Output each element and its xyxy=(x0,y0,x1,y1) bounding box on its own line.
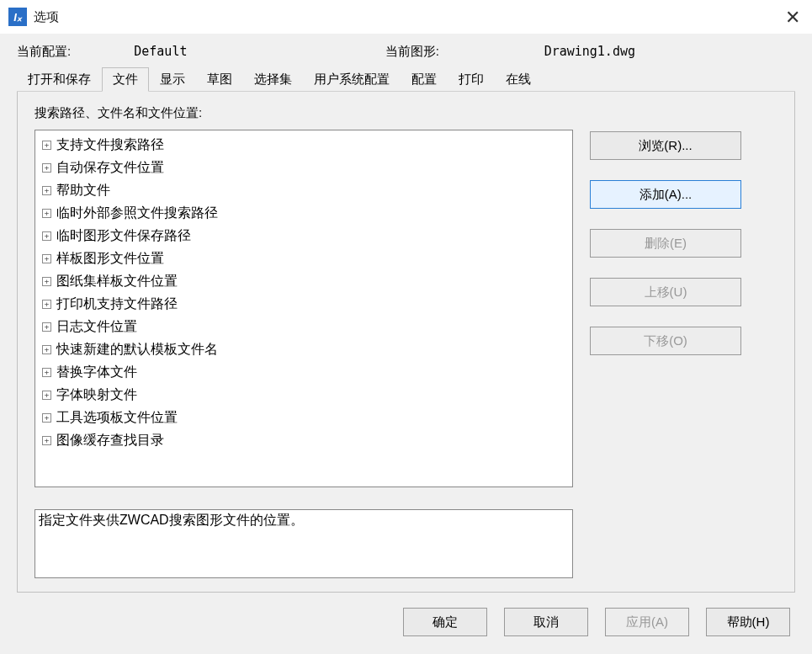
current-profile-value: Default xyxy=(134,44,385,60)
titlebar: Iₓ 选项 ✕ xyxy=(0,0,812,34)
expand-icon[interactable]: + xyxy=(42,141,51,150)
side-buttons: 浏览(R)... 添加(A)... 删除(E) 上移(U) 下移(O) xyxy=(590,130,741,487)
current-profile-label: 当前配置: xyxy=(17,44,134,60)
tree-item-label: 图像缓存查找目录 xyxy=(56,432,164,449)
expand-icon[interactable]: + xyxy=(42,436,51,445)
moveup-button: 上移(U) xyxy=(590,278,741,306)
config-row: 当前配置: Default 当前图形: Drawing1.dwg xyxy=(17,34,795,66)
tabs: 打开和保存 文件 显示 草图 选择集 用户系统配置 配置 打印 在线 xyxy=(17,66,795,92)
browse-button[interactable]: 浏览(R)... xyxy=(590,131,741,160)
description-box: 指定文件夹供ZWCAD搜索图形文件的位置。 xyxy=(34,509,573,578)
expand-icon[interactable]: + xyxy=(42,391,51,400)
tab-display[interactable]: 显示 xyxy=(149,67,196,92)
ok-button[interactable]: 确定 xyxy=(403,608,487,636)
tab-open-save[interactable]: 打开和保存 xyxy=(17,67,102,92)
tree-item-label: 临时图形文件保存路径 xyxy=(56,227,191,245)
expand-icon[interactable]: + xyxy=(42,254,51,263)
expand-icon[interactable]: + xyxy=(42,186,51,195)
tree-item[interactable]: +快速新建的默认模板文件名 xyxy=(35,338,572,361)
tree-item[interactable]: +打印机支持文件路径 xyxy=(35,293,572,316)
tree-item[interactable]: +帮助文件 xyxy=(35,179,572,202)
section-label: 搜索路径、文件名和文件位置: xyxy=(34,105,778,121)
tree-item-label: 日志文件位置 xyxy=(56,318,137,336)
close-icon[interactable]: ✕ xyxy=(785,7,800,29)
footer: 确定 取消 应用(A) 帮助(H) xyxy=(0,593,812,645)
paths-tree[interactable]: +支持文件搜索路径 +自动保存文件位置 +帮助文件 +临时外部参照文件搜索路径 … xyxy=(34,130,573,487)
app-icon: Iₓ xyxy=(8,8,27,26)
apply-button: 应用(A) xyxy=(605,608,689,636)
tree-item[interactable]: +图像缓存查找目录 xyxy=(35,429,572,452)
tab-file[interactable]: 文件 xyxy=(102,67,149,92)
expand-icon[interactable]: + xyxy=(42,231,51,241)
tree-item[interactable]: +支持文件搜索路径 xyxy=(35,134,572,157)
expand-icon[interactable]: + xyxy=(42,277,51,286)
tab-drafting[interactable]: 草图 xyxy=(196,67,243,92)
tab-profiles[interactable]: 配置 xyxy=(401,67,448,92)
tree-item[interactable]: +替换字体文件 xyxy=(35,361,572,384)
add-button[interactable]: 添加(A)... xyxy=(590,180,741,209)
tree-item-label: 图纸集样板文件位置 xyxy=(56,273,178,290)
tree-item[interactable]: +图纸集样板文件位置 xyxy=(35,270,572,293)
tree-item[interactable]: +临时图形文件保存路径 xyxy=(35,225,572,247)
tree-item-label: 快速新建的默认模板文件名 xyxy=(56,341,218,359)
tree-item[interactable]: +工具选项板文件位置 xyxy=(35,407,572,429)
expand-icon[interactable]: + xyxy=(42,413,51,423)
tree-item-label: 工具选项板文件位置 xyxy=(56,409,178,427)
expand-icon[interactable]: + xyxy=(42,163,51,173)
tab-online[interactable]: 在线 xyxy=(495,67,542,92)
tab-page-file: 搜索路径、文件名和文件位置: +支持文件搜索路径 +自动保存文件位置 +帮助文件… xyxy=(17,92,795,593)
tree-item-label: 字体映射文件 xyxy=(56,386,137,404)
delete-button: 删除(E) xyxy=(590,229,741,258)
tree-item-label: 帮助文件 xyxy=(56,182,110,199)
description-text: 指定文件夹供ZWCAD搜索图形文件的位置。 xyxy=(39,513,304,527)
tree-item-label: 支持文件搜索路径 xyxy=(56,136,164,154)
tree-item[interactable]: +样板图形文件位置 xyxy=(35,247,572,270)
expand-icon[interactable]: + xyxy=(42,209,51,218)
current-drawing-value: Drawing1.dwg xyxy=(544,44,795,60)
tree-item[interactable]: +临时外部参照文件搜索路径 xyxy=(35,202,572,225)
expand-icon[interactable]: + xyxy=(42,300,51,309)
tree-item-label: 样板图形文件位置 xyxy=(56,250,164,268)
dialog-body: 当前配置: Default 当前图形: Drawing1.dwg 打开和保存 文… xyxy=(0,34,812,593)
expand-icon[interactable]: + xyxy=(42,345,51,354)
tab-user-prefs[interactable]: 用户系统配置 xyxy=(303,67,401,92)
current-drawing-label: 当前图形: xyxy=(385,44,544,60)
tree-item-label: 临时外部参照文件搜索路径 xyxy=(56,205,218,222)
tab-selection[interactable]: 选择集 xyxy=(243,67,303,92)
movedown-button: 下移(O) xyxy=(590,327,741,355)
tab-plot[interactable]: 打印 xyxy=(448,67,495,92)
tree-item-label: 打印机支持文件路径 xyxy=(56,295,178,313)
window-title: 选项 xyxy=(34,9,59,25)
tree-item-label: 替换字体文件 xyxy=(56,364,137,381)
tree-item[interactable]: +日志文件位置 xyxy=(35,316,572,338)
help-button[interactable]: 帮助(H) xyxy=(706,608,790,636)
cancel-button[interactable]: 取消 xyxy=(504,608,588,636)
tree-item-label: 自动保存文件位置 xyxy=(56,159,164,177)
expand-icon[interactable]: + xyxy=(42,368,51,377)
expand-icon[interactable]: + xyxy=(42,322,51,332)
tree-item[interactable]: +自动保存文件位置 xyxy=(35,157,572,179)
tree-item[interactable]: +字体映射文件 xyxy=(35,384,572,407)
